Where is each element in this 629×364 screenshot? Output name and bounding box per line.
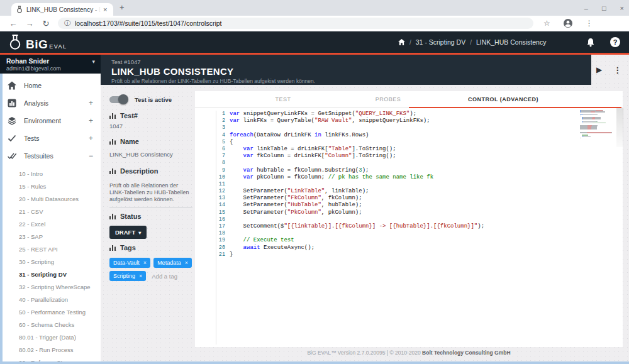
editor-minimap[interactable] <box>580 110 615 140</box>
code-line[interactable]: 5{ <box>216 139 620 146</box>
browser-menu-icon[interactable]: ⋮ <box>586 19 593 28</box>
breadcrumb-suite[interactable]: 31 - Scripting DV <box>416 38 465 46</box>
home-icon[interactable] <box>398 39 405 45</box>
code-line[interactable]: 16 <box>216 216 620 223</box>
address-bar[interactable]: ⓘ localhost:1703/#/suite/1015/test/1047/… <box>58 18 533 29</box>
testsuite-item[interactable]: 60 - Schema Checks <box>0 319 101 331</box>
code-line[interactable]: 21} <box>216 251 620 258</box>
code-line[interactable]: 14 SetParameter("HubTable", hubTable); <box>216 202 620 209</box>
code-line[interactable]: 12 SetParameter("LinkTable", linkTable); <box>216 188 620 195</box>
code-line[interactable]: 9 var hubTable = fkColumn.Substring(3); <box>216 167 620 174</box>
code-text: SetParameter("FkColumn", fkColumn); <box>225 195 362 202</box>
testsuite-item[interactable]: 15 - Rules <box>0 180 101 193</box>
notifications-bell-icon[interactable] <box>586 38 595 47</box>
add-tag-input[interactable]: Add a tag <box>152 273 177 280</box>
testsuite-item[interactable]: 90 - Referenz SL <box>0 356 101 361</box>
code-line[interactable]: 19 // Execute test <box>216 237 620 244</box>
testsuite-item[interactable]: 30 - Scripting <box>0 256 101 268</box>
code-text <box>225 124 230 131</box>
remove-tag-icon[interactable]: × <box>139 273 142 279</box>
tab-probes[interactable]: PROBES <box>376 96 401 102</box>
testsuite-item[interactable]: 22 - Excel <box>0 218 101 231</box>
tab-control-advanced[interactable]: CONTROL (ADVANCED) <box>468 96 538 102</box>
browser-toolbar: ← → ↻ ⓘ localhost:1703/#/suite/1015/test… <box>0 16 629 31</box>
bigeval-logo[interactable]: BiG EVAL <box>8 34 67 50</box>
reload-button[interactable]: ↻ <box>38 19 54 28</box>
code-line[interactable]: 4foreach(DataRow drLinkFK in linkFKs.Row… <box>216 132 620 139</box>
testsuite-item[interactable]: 25 - REST API <box>0 243 101 256</box>
page-info-icon[interactable]: ⓘ <box>64 19 70 28</box>
testsuite-item[interactable]: 40 - Parallelization <box>0 294 101 306</box>
user-menu-caret-icon[interactable]: ▾ <box>92 58 95 65</box>
editor-scrollbar[interactable] <box>616 108 623 147</box>
window-maximize-button[interactable]: □ <box>602 4 606 12</box>
testsuite-item[interactable]: 32 - Scripting WhereScape <box>0 281 101 294</box>
status-dropdown-button[interactable]: DRAFT▾ <box>109 226 147 239</box>
testsuite-item[interactable]: 50 - Performance Testing <box>0 306 101 319</box>
name-value[interactable]: LINK_HUB Consistency <box>109 151 190 158</box>
code-line[interactable]: 7 var fkColumn = drLinkFK["Column"].ToSt… <box>216 153 620 160</box>
code-editor[interactable]: 1var snippetQueryLinkFKs = GetSnippet("Q… <box>216 111 620 345</box>
forward-button[interactable]: → <box>21 19 38 28</box>
testsuite-item[interactable]: 80.02 - Run Process <box>0 344 101 356</box>
run-test-button[interactable]: ▶ <box>596 65 602 74</box>
bookmark-star-icon[interactable]: ☆ <box>543 19 550 28</box>
description-value[interactable]: Prüft ob alle Relationen der LINK-Tabell… <box>109 182 192 207</box>
testsuite-item[interactable]: 31 - Scripting DV <box>0 268 101 281</box>
code-line[interactable]: 6 var linkTable = drLinkFK["Table"].ToSt… <box>216 146 620 153</box>
code-line[interactable]: 3 <box>216 124 620 131</box>
window-minimize-button[interactable]: – <box>584 4 588 12</box>
help-icon[interactable]: ? <box>610 37 620 47</box>
sidebar-item-tests[interactable]: Tests + <box>0 130 101 147</box>
test-menu-icon[interactable]: ⋮ <box>613 65 621 75</box>
code-line[interactable]: 8 <box>216 160 620 167</box>
code-line[interactable]: 15 SetParameter("PkColumn", pkColumn); <box>216 209 620 216</box>
code-text: SetParameter("LinkTable", linkTable); <box>225 188 369 195</box>
testsuite-item[interactable]: 10 - Intro <box>0 168 101 180</box>
tag-chip[interactable]: Data-Vault× <box>109 258 150 268</box>
expand-icon[interactable]: + <box>89 134 93 143</box>
tab-close-icon[interactable]: × <box>103 6 107 13</box>
sidebar: Home Analysis + Environment + <box>0 74 101 361</box>
horizontal-scrollbar[interactable] <box>0 361 629 364</box>
sidebar-item-testsuites[interactable]: Testsuites − <box>0 147 101 165</box>
code-line[interactable]: 17 SetComment($"[{linkTable}].[{fkColumn… <box>216 223 620 230</box>
code-line[interactable]: 2var linkFKs = QueryTable("RAW Vault", s… <box>216 118 620 124</box>
new-tab-button[interactable]: + <box>120 3 125 12</box>
vertical-scrollbar[interactable] <box>0 74 3 361</box>
code-line[interactable]: 10 var pkColumn = fkColumn; // pk has th… <box>216 174 620 181</box>
user-panel[interactable]: Rohan Snider admin1@bigeval.com ▾ <box>0 55 101 74</box>
test-active-toggle[interactable] <box>109 96 127 103</box>
remove-tag-icon[interactable]: × <box>185 260 188 266</box>
testsuite-item[interactable]: 20 - Multi Datasources <box>0 193 101 206</box>
testsuite-item[interactable]: 21 - CSV <box>0 206 101 218</box>
code-text <box>225 160 230 167</box>
testsuite-item[interactable]: 23 - SAP <box>0 231 101 243</box>
tag-chip[interactable]: Metadata× <box>153 258 192 268</box>
expand-icon[interactable]: + <box>89 116 93 125</box>
code-line[interactable]: 13 SetParameter("FkColumn", fkColumn); <box>216 195 620 202</box>
line-number: 21 <box>216 251 225 258</box>
browser-profile-icon[interactable] <box>563 18 573 28</box>
testsuite-item[interactable]: 80.01 - Trigger (Data) <box>0 331 101 344</box>
code-line[interactable]: 1var snippetQueryLinkFKs = GetSnippet("Q… <box>216 111 620 118</box>
tab-test[interactable]: TEST <box>275 96 291 102</box>
window-close-button[interactable]: × <box>620 4 624 12</box>
bar-chart-icon <box>109 113 116 119</box>
sidebar-item-analysis[interactable]: Analysis + <box>0 94 101 112</box>
code-text <box>225 216 230 223</box>
browser-tab[interactable]: LINK_HUB Consistency - BiG EVA × <box>11 3 113 16</box>
collapse-icon[interactable]: − <box>89 152 93 160</box>
line-number: 9 <box>216 167 225 174</box>
remove-tag-icon[interactable]: × <box>143 260 147 266</box>
breadcrumb-test[interactable]: LINK_HUB Consistency <box>476 38 546 46</box>
tag-chip[interactable]: Scripting× <box>109 271 146 281</box>
code-line[interactable]: 11 <box>216 181 620 188</box>
back-button[interactable]: ← <box>5 19 21 28</box>
sidebar-item-environment[interactable]: Environment + <box>0 112 101 130</box>
code-line[interactable]: 18 <box>216 230 620 237</box>
sidebar-item-home[interactable]: Home <box>0 77 101 94</box>
url-text[interactable]: localhost:1703/#/suite/1015/test/1047/co… <box>75 19 221 27</box>
expand-icon[interactable]: + <box>89 99 93 108</box>
code-line[interactable]: 20 await ExecuteAsync(); <box>216 245 620 251</box>
